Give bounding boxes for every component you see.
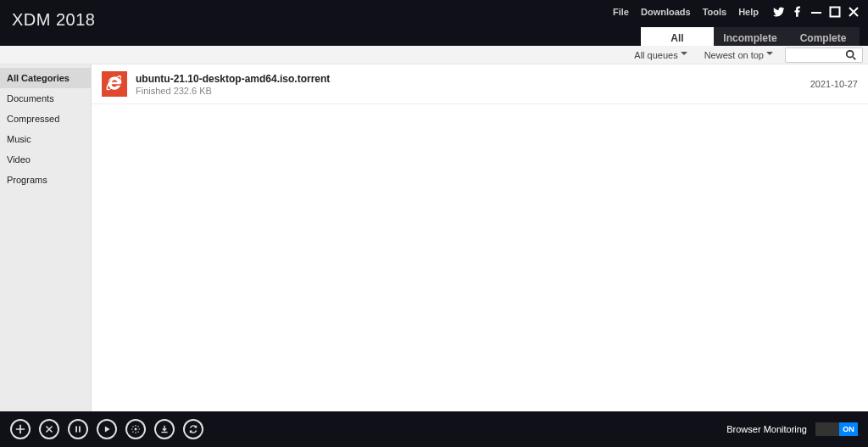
download-button[interactable]	[154, 419, 175, 439]
ie-icon	[102, 71, 127, 97]
menu-downloads[interactable]: Downloads	[635, 3, 697, 20]
search-box	[785, 47, 863, 63]
twitter-icon[interactable]	[773, 6, 785, 18]
maximize-icon[interactable]	[829, 6, 841, 18]
pause-button[interactable]	[68, 419, 88, 439]
download-list: ubuntu-21.10-desktop-amd64.iso.torrent F…	[92, 64, 868, 411]
sidebar-item-programs[interactable]: Programs	[0, 170, 91, 190]
resume-button[interactable]	[97, 419, 117, 439]
svg-rect-3	[75, 426, 77, 432]
menu-file[interactable]: File	[607, 3, 635, 20]
menu-help[interactable]: Help	[732, 3, 765, 20]
sidebar-item-music[interactable]: Music	[0, 129, 91, 149]
download-date: 2021-10-27	[810, 79, 858, 89]
svg-point-2	[847, 50, 854, 57]
search-input[interactable]	[786, 50, 845, 60]
sort-filter-label: Newest on top	[704, 50, 764, 60]
settings-button[interactable]	[125, 419, 146, 439]
browser-monitoring-label: Browser Monitoring	[726, 424, 807, 434]
facebook-icon[interactable]	[792, 6, 804, 18]
menubar: File Downloads Tools Help	[607, 0, 860, 20]
download-row[interactable]: ubuntu-21.10-desktop-amd64.iso.torrent F…	[92, 64, 868, 104]
titlebar: XDM 2018 File Downloads Tools Help	[0, 0, 868, 46]
delete-button[interactable]	[39, 419, 59, 439]
sidebar: All Categories Documents Compressed Musi…	[0, 64, 92, 411]
sidebar-item-all-categories[interactable]: All Categories	[0, 68, 91, 88]
queue-filter-label: All queues	[634, 50, 677, 60]
refresh-button[interactable]	[183, 419, 203, 439]
close-icon[interactable]	[848, 6, 860, 18]
sort-filter[interactable]: Newest on top	[699, 49, 778, 60]
toggle-on-label: ON	[839, 422, 858, 436]
download-name: ubuntu-21.10-desktop-amd64.iso.torrent	[136, 73, 810, 85]
footer: Browser Monitoring ON	[0, 411, 868, 447]
queue-filter[interactable]: All queues	[629, 49, 692, 60]
add-button[interactable]	[10, 419, 31, 439]
sidebar-item-documents[interactable]: Documents	[0, 88, 91, 109]
svg-point-5	[135, 428, 137, 431]
sidebar-item-video[interactable]: Video	[0, 149, 91, 170]
browser-monitoring-toggle[interactable]: ON	[815, 422, 858, 436]
chevron-down-icon	[681, 49, 687, 60]
search-icon[interactable]	[845, 49, 857, 61]
svg-rect-1	[831, 8, 840, 17]
menu-tools[interactable]: Tools	[697, 3, 733, 20]
filter-bar: All queues Newest on top	[0, 46, 868, 64]
minimize-icon[interactable]	[810, 6, 822, 18]
svg-rect-0	[811, 12, 821, 14]
app-title: XDM 2018	[12, 0, 96, 30]
sidebar-item-compressed[interactable]: Compressed	[0, 109, 91, 129]
chevron-down-icon	[766, 49, 773, 60]
svg-rect-4	[79, 426, 81, 432]
download-status: Finished 232.6 KB	[136, 86, 810, 96]
